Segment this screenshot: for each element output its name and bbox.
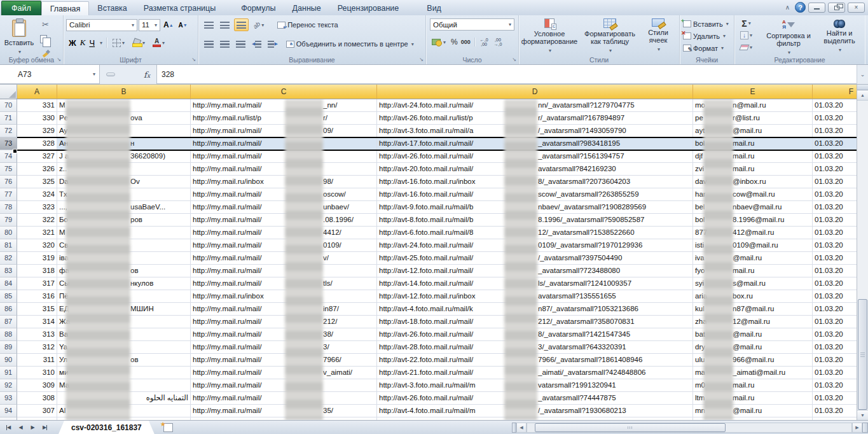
minimize-button[interactable]: [808, 3, 825, 13]
row-header[interactable]: 80: [0, 227, 17, 239]
cell-c[interactable]: http://my.mail.ru/mail/: [191, 163, 377, 176]
cell-a[interactable]: 310: [17, 367, 57, 379]
delete-cells-button[interactable]: ✕Удалить▾: [683, 30, 734, 42]
fill-button[interactable]: ↓▾: [738, 30, 754, 41]
column-header-C[interactable]: C: [191, 85, 377, 99]
horizontal-scrollbar[interactable]: ◀ ▶: [512, 421, 868, 434]
scroll-right-icon[interactable]: ▶: [852, 423, 862, 433]
row-header[interactable]: 91: [0, 367, 17, 379]
accounting-format-button[interactable]: ▾: [430, 36, 448, 48]
cell-f[interactable]: 01.03.20: [813, 354, 857, 367]
insert-worksheet-button[interactable]: ★: [163, 423, 173, 432]
underline-button[interactable]: Ч: [89, 38, 95, 48]
cell-c[interactable]: http://my.mail.ru/mail/unbaev/: [191, 201, 377, 214]
merge-center-button[interactable]: a Объединить и поместить в центре▾: [286, 38, 414, 50]
insert-function-icon[interactable]: fx: [144, 70, 150, 80]
cell-a[interactable]: 322: [17, 214, 57, 227]
cell-a[interactable]: 326: [17, 163, 57, 176]
align-center-button[interactable]: [218, 38, 231, 50]
tab-home[interactable]: Главная: [41, 1, 90, 15]
row-header[interactable]: 82: [0, 252, 17, 265]
cell-f[interactable]: 01.03.20: [813, 125, 857, 137]
cell-a[interactable]: 307: [17, 405, 57, 417]
scroll-up-icon[interactable]: ▲: [857, 90, 868, 101]
row-header[interactable]: 88: [0, 328, 17, 341]
cell-c[interactable]: http://my.mail.ru/inbox: [191, 290, 377, 303]
row-header[interactable]: 86: [0, 303, 17, 316]
row-header[interactable]: 79: [0, 214, 17, 227]
cell-a[interactable]: 324: [17, 188, 57, 201]
row-header[interactable]: 90: [0, 354, 17, 367]
row-header[interactable]: 73: [0, 137, 17, 150]
format-cells-button[interactable]: ✎Формат▾: [683, 42, 734, 54]
cell-a[interactable]: 315: [17, 303, 57, 316]
tab-page-layout[interactable]: Разметка страницы: [135, 1, 224, 15]
clipboard-dialog-launcher[interactable]: ↘: [57, 57, 61, 62]
row-header[interactable]: 71: [0, 112, 17, 125]
row-header[interactable]: 94: [0, 405, 17, 417]
row-header[interactable]: 70: [0, 99, 17, 112]
cell-c[interactable]: http://my.mail.ru/mail/tls/: [191, 277, 377, 290]
increase-decimal-button[interactable]: ←,0,00: [479, 37, 490, 47]
cell-a[interactable]: 321: [17, 227, 57, 239]
horizontal-scrollbar-thumb[interactable]: [535, 423, 726, 432]
cell-f[interactable]: 01.03.20: [813, 176, 857, 188]
cell-a[interactable]: 312: [17, 341, 57, 354]
percent-button[interactable]: %: [451, 38, 458, 46]
orientation-button[interactable]: ab▾: [251, 18, 266, 31]
row-header[interactable]: 92: [0, 379, 17, 392]
cell-c[interactable]: http://my.mail.ru/mail/38/: [191, 328, 377, 341]
help-button[interactable]: ?: [795, 2, 806, 13]
tab-file[interactable]: Файл: [1, 1, 41, 15]
alignment-dialog-launcher[interactable]: ↘: [419, 57, 424, 62]
cell-f[interactable]: 01.03.20: [813, 405, 857, 417]
cell-f[interactable]: 01.03.20: [813, 328, 857, 341]
cell-c[interactable]: http://my.mail.ru/mail/7966/: [191, 354, 377, 367]
cell-f[interactable]: 01.03.20: [813, 316, 857, 328]
scroll-left-icon[interactable]: ◀: [516, 423, 527, 433]
wrap-text-button[interactable]: ↩ Перенос текста: [277, 19, 338, 31]
cell-c[interactable]: http://my.mail.ru/mail/: [191, 265, 377, 277]
cell-c[interactable]: http://my.mail.ru/mail/35/: [191, 405, 377, 417]
row-header[interactable]: 83: [0, 265, 17, 277]
cell-a[interactable]: 328: [17, 137, 57, 150]
fill-color-button[interactable]: ▾: [130, 36, 147, 49]
cell-a[interactable]: 311: [17, 354, 57, 367]
cell-a[interactable]: 317: [17, 277, 57, 290]
font-dialog-launcher[interactable]: ↘: [191, 57, 196, 62]
cell-a[interactable]: 325: [17, 176, 57, 188]
decrease-decimal-button[interactable]: ,00→,0: [493, 37, 504, 47]
tab-view[interactable]: Вид: [418, 1, 450, 15]
tab-split-handle[interactable]: [512, 423, 516, 433]
copy-button[interactable]: ▾: [38, 32, 53, 45]
cell-c[interactable]: http://my.mail.ru/mail/oscow/: [191, 188, 377, 201]
cell-a[interactable]: 316: [17, 290, 57, 303]
tab-insert[interactable]: Вставка: [89, 1, 135, 15]
select-all-corner[interactable]: [0, 85, 17, 99]
cell-c[interactable]: http://my.mail.ru/mail/: [191, 150, 377, 163]
font-name-combo[interactable]: Calibri▾: [66, 19, 137, 31]
cell-c[interactable]: http://my.mail.ru/mail/212/: [191, 316, 377, 328]
align-middle-button[interactable]: [218, 18, 231, 31]
cell-c[interactable]: http://my.mail.ru/mail/in87/: [191, 303, 377, 316]
align-top-button[interactable]: [202, 18, 216, 31]
borders-button[interactable]: ▾: [111, 36, 127, 49]
cell-c[interactable]: http://my.mail.ru/mail/3/: [191, 341, 377, 354]
cell-f[interactable]: 01.03.20: [813, 367, 857, 379]
sheet-tab[interactable]: csv-020316_161837: [59, 421, 155, 434]
cut-button[interactable]: ✂: [38, 18, 53, 31]
tab-formulas[interactable]: Формулы: [233, 1, 284, 15]
cell-f[interactable]: 01.03.20: [813, 277, 857, 290]
insert-cells-button[interactable]: +Вставить▾: [683, 18, 734, 30]
bold-button[interactable]: Ж: [69, 38, 76, 48]
cell-c[interactable]: http://my.mail.ru/list/pr/: [191, 112, 377, 125]
formula-input[interactable]: 328: [157, 65, 857, 84]
cell-f[interactable]: 01.03.20: [813, 188, 857, 201]
tab-review[interactable]: Рецензирование: [329, 1, 408, 15]
first-sheet-button[interactable]: ◀: [3, 423, 15, 433]
cell-f[interactable]: 01.03.20: [813, 163, 857, 176]
cell-c[interactable]: http://my.mail.ru/mail/.08.1996/: [191, 214, 377, 227]
sort-filter-button[interactable]: АЯ Сортировка и фильтр▾: [762, 17, 815, 57]
find-select-button[interactable]: Найти и выделить▾: [817, 17, 862, 54]
cell-c[interactable]: http://my.mail.ru/mail/v/: [191, 252, 377, 265]
